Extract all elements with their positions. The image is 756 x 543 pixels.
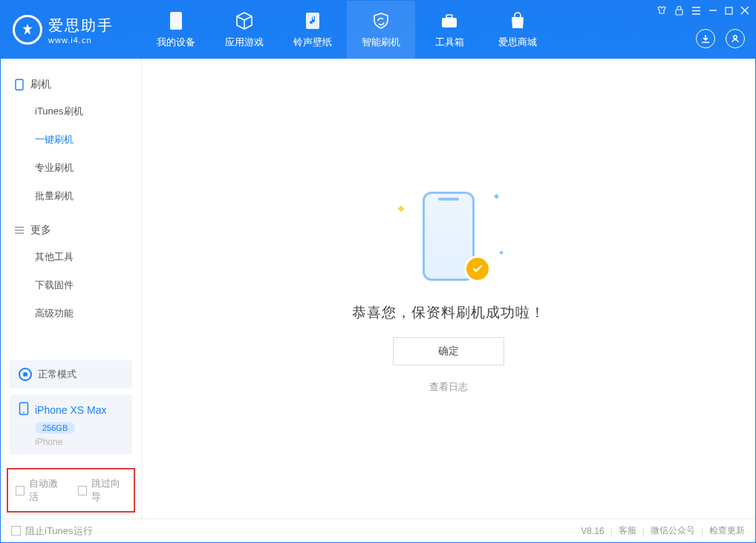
svg-rect-4 [676,10,682,15]
app-url: www.i4.cn [48,36,114,45]
cube-icon [234,10,255,31]
checkbox-skip-guide[interactable]: 跳过向导 [78,477,127,504]
maximize-button[interactable] [725,6,733,17]
device-phone-icon [19,402,29,417]
music-file-icon [302,10,323,31]
more-icon [14,225,25,235]
checkbox-auto-activate[interactable]: 自动激活 [16,477,65,504]
toolbox-icon [439,10,460,31]
sidebar-item-batch-flash[interactable]: 批量刷机 [1,182,141,210]
tab-toolbox[interactable]: 工具箱 [415,1,483,59]
phone-icon [166,10,186,31]
sparkle-icon [499,250,504,255]
options-highlight-box: 自动激活 跳过向导 [7,468,135,513]
device-card[interactable]: iPhone XS Max 256GB iPhone [10,394,132,455]
version-label: V8.16 [581,526,604,536]
device-name: iPhone XS Max [35,404,107,416]
mode-label: 正常模式 [38,368,76,381]
tab-apps-games[interactable]: 应用游戏 [210,1,278,59]
svg-point-6 [734,36,737,39]
app-name: 爱思助手 [48,16,114,36]
support-link[interactable]: 客服 [619,524,636,537]
device-type: iPhone [35,437,123,447]
check-update-link[interactable]: 检查更新 [709,524,745,537]
logo: 爱思助手 www.i4.cn [1,15,142,45]
sidebar-item-download-firmware[interactable]: 下载固件 [1,271,141,299]
confirm-button[interactable]: 确定 [393,337,504,365]
tab-smart-flash[interactable]: 智能刷机 [347,1,415,59]
checkbox-icon [78,486,87,495]
svg-rect-2 [442,18,457,27]
check-badge-icon [464,256,491,282]
body: 刷机 iTunes刷机 一键刷机 专业刷机 批量刷机 更多 其他工具 下载固件 … [1,59,755,518]
app-window: 爱思助手 www.i4.cn 我的设备 应用游戏 铃声壁纸 智能刷机 [0,0,756,543]
sidebar-group-more: 更多 [1,218,141,243]
lock-icon[interactable] [674,5,684,18]
logo-icon [13,15,42,45]
footer: 阻止iTunes运行 V8.16 | 客服 | 微信公众号 | 检查更新 [1,518,755,542]
tab-ringtones[interactable]: 铃声壁纸 [278,1,347,59]
sidebar-item-pro-flash[interactable]: 专业刷机 [1,154,141,182]
view-log-link[interactable]: 查看日志 [429,380,468,394]
download-button[interactable] [696,29,715,48]
sidebar-item-oneclick-flash[interactable]: 一键刷机 [1,126,141,154]
wechat-link[interactable]: 微信公众号 [651,524,695,537]
checkbox-icon [16,486,25,495]
sparkle-icon [494,193,499,198]
bag-icon [507,10,528,31]
sidebar-item-other-tools[interactable]: 其他工具 [1,243,141,271]
tab-my-device[interactable]: 我的设备 [142,1,210,59]
close-button[interactable] [740,6,749,17]
mode-normal-icon [19,368,32,381]
mode-card[interactable]: 正常模式 [10,360,132,388]
main-tabs: 我的设备 应用游戏 铃声壁纸 智能刷机 工具箱 爱思商城 [142,1,552,59]
svg-rect-3 [446,15,452,18]
main-panel: 恭喜您，保资料刷机成功啦！ 确定 查看日志 [142,59,755,518]
svg-rect-0 [170,12,182,30]
menu-icon[interactable] [691,6,701,18]
device-small-icon [14,79,25,90]
header: 爱思助手 www.i4.cn 我的设备 应用游戏 铃声壁纸 智能刷机 [1,1,755,59]
sidebar-group-flash: 刷机 [1,72,141,97]
svg-point-9 [23,412,25,414]
success-illustration [393,184,504,288]
tab-store[interactable]: 爱思商城 [483,1,552,59]
window-controls [656,5,749,18]
sidebar: 刷机 iTunes刷机 一键刷机 专业刷机 批量刷机 更多 其他工具 下载固件 … [1,59,142,518]
minimize-button[interactable] [708,6,717,17]
refresh-shield-icon [371,10,391,31]
sidebar-item-itunes-flash[interactable]: iTunes刷机 [1,97,141,126]
header-actions [696,29,745,48]
shirt-icon[interactable] [656,5,667,18]
user-button[interactable] [726,29,745,48]
device-storage: 256GB [35,422,75,434]
svg-rect-5 [726,7,732,14]
sparkle-icon [398,205,404,211]
svg-rect-7 [16,79,23,90]
success-message: 恭喜您，保资料刷机成功啦！ [352,303,545,322]
checkbox-icon [11,526,21,536]
sidebar-item-advanced[interactable]: 高级功能 [1,299,141,328]
checkbox-block-itunes[interactable]: 阻止iTunes运行 [11,524,93,538]
